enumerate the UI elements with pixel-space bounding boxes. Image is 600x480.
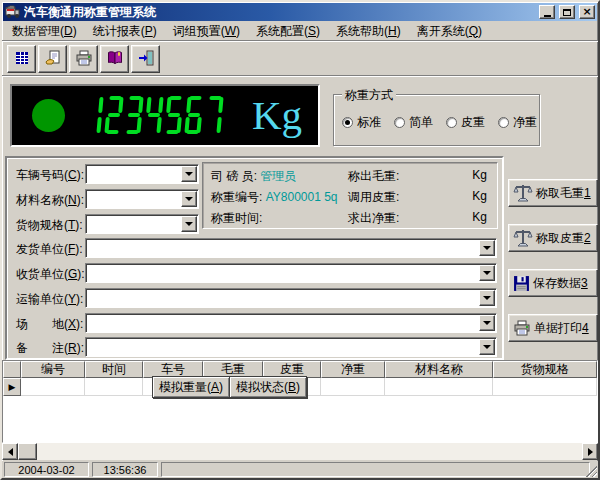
field-label-r: 备 注(R): [16, 340, 84, 357]
combo-field-c[interactable] [85, 164, 199, 184]
form-row-c: 车辆号码(C): [7, 164, 502, 184]
app-window: 汽车衡通用称重管理系统 × 数据管理(D)统计报表(P)词组预置(W)系统配置(… [0, 0, 600, 480]
column-header-7: 材料名称 [385, 361, 493, 378]
status-time: 13:56:36 [92, 462, 158, 477]
combo-field-r[interactable] [85, 337, 497, 357]
status-extra [161, 462, 590, 477]
action-button-1[interactable]: 称取毛重1 [508, 179, 598, 207]
chevron-down-icon [483, 296, 491, 300]
toolbar-table-button[interactable] [7, 45, 36, 73]
horizontal-scrollbar[interactable] [2, 443, 598, 460]
menu-item-d[interactable]: 数据管理(D) [4, 22, 85, 40]
weight-led-display: Kg [10, 84, 320, 147]
table-icon [13, 50, 31, 69]
report-icon [44, 50, 62, 69]
combo-field-f[interactable] [85, 238, 497, 258]
column-header-1: 编号 [21, 361, 85, 378]
dropdown-button[interactable] [479, 240, 495, 256]
column-header-6: 净重 [321, 361, 385, 378]
action-button-label: 称取毛重1 [536, 185, 591, 202]
form-row-f: 发货单位(F): [7, 238, 502, 258]
action-button-4[interactable]: 单据打印4 [508, 314, 598, 342]
table-selector-header [3, 361, 21, 378]
form-row-y: 运输单位(Y): [7, 288, 502, 308]
scroll-right-button[interactable] [582, 443, 598, 460]
radio-label: 净重 [513, 114, 537, 131]
action-button-label: 保存数据3 [533, 275, 588, 292]
radio-circle[interactable] [446, 117, 457, 128]
menu-item-q[interactable]: 离开系统(Q) [409, 22, 490, 40]
menu-item-s[interactable]: 系统配置(S) [248, 22, 328, 40]
toolbar-exit-button[interactable] [131, 45, 160, 73]
toolbar-print-button[interactable] [69, 45, 98, 73]
chevron-down-icon [185, 197, 193, 201]
action-button-label: 单据打印4 [534, 320, 589, 337]
menu-item-p[interactable]: 统计报表(P) [85, 22, 165, 40]
dropdown-button[interactable] [479, 339, 495, 355]
radio-option-简单[interactable]: 简单 [394, 114, 433, 131]
dropdown-button[interactable] [181, 216, 197, 232]
radio-label: 标准 [357, 114, 381, 131]
book-icon [106, 50, 124, 69]
led-unit-label: Kg [252, 88, 302, 143]
table-cell [21, 378, 85, 396]
dropdown-button[interactable] [181, 166, 197, 182]
weigh-mode-options: 标准简单皮重净重 [342, 114, 537, 131]
radio-circle[interactable] [394, 117, 405, 128]
action-button-2[interactable]: 称取皮重2 [508, 224, 598, 252]
chevron-down-icon [483, 321, 491, 325]
scroll-left-button[interactable] [2, 443, 18, 460]
overlay-button-a[interactable]: 模拟重量(A) [152, 376, 230, 398]
window-title: 汽车衡通用称重管理系统 [24, 4, 535, 21]
maximize-button[interactable] [559, 5, 575, 19]
weigh-form-panel: 司 磅 员: 管理员称出毛重: Kg称重编号: AY800001 5q调用皮重:… [5, 156, 504, 360]
scrollbar-thumb[interactable] [18, 443, 37, 460]
print-icon [513, 320, 531, 336]
titlebar: 汽车衡通用称重管理系统 × [3, 3, 597, 21]
chevron-down-icon [483, 345, 491, 349]
led-digit [104, 96, 123, 134]
chevron-down-icon [483, 246, 491, 250]
records-table: 编号时间车号毛重皮重净重材料名称货物规格▶ [2, 360, 598, 443]
overlay-button-b[interactable]: 模拟状态(B) [229, 376, 307, 398]
radio-circle[interactable] [342, 117, 353, 128]
save-icon [513, 275, 530, 292]
minimize-button[interactable] [539, 5, 555, 19]
combo-field-n[interactable] [85, 189, 199, 209]
led-digit [184, 96, 203, 134]
menu-item-h[interactable]: 系统帮助(H) [328, 22, 409, 40]
radio-option-标准[interactable]: 标准 [342, 114, 381, 131]
combo-field-x[interactable] [85, 313, 497, 333]
combo-field-g[interactable] [85, 263, 497, 283]
table-cell [85, 378, 143, 396]
column-header-2: 时间 [85, 361, 143, 378]
radio-option-净重[interactable]: 净重 [498, 114, 537, 131]
close-button[interactable]: × [579, 5, 595, 19]
radio-circle[interactable] [498, 117, 509, 128]
menu-item-w[interactable]: 词组预置(W) [165, 22, 248, 40]
led-digit [204, 96, 223, 134]
dropdown-button[interactable] [479, 315, 495, 331]
led-digit [144, 96, 163, 134]
app-truck-icon[interactable] [5, 5, 21, 19]
dropdown-button[interactable] [479, 265, 495, 281]
dropdown-button[interactable] [479, 290, 495, 306]
toolbar-report-button[interactable] [38, 45, 67, 73]
field-label-x: 场 地(X): [16, 316, 83, 333]
combo-field-y[interactable] [85, 288, 497, 308]
action-button-3[interactable]: 保存数据3 [508, 269, 598, 297]
led-digit [164, 96, 183, 134]
table-cell [385, 378, 493, 396]
weigh-mode-group: 称重方式 标准简单皮重净重 [333, 94, 540, 146]
field-label-n: 材料名称(N): [16, 192, 84, 209]
combo-field-t[interactable] [85, 214, 199, 234]
scroll-right-icon [588, 448, 593, 456]
dropdown-button[interactable] [181, 191, 197, 207]
toolbar-book-button[interactable] [100, 45, 129, 73]
radio-option-皮重[interactable]: 皮重 [446, 114, 485, 131]
maximize-icon [563, 9, 571, 16]
exit-icon [137, 50, 155, 69]
status-date: 2004-03-02 [4, 462, 89, 477]
form-row-n: 材料名称(N): [7, 189, 502, 209]
table-cell [493, 378, 597, 396]
